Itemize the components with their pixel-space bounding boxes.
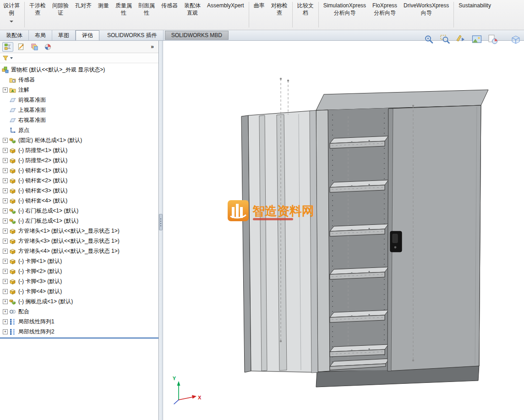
- ribbon-button-simulationxpress[interactable]: SimulationXpress分析向导: [320, 1, 369, 17]
- tree-item-label: (-) 卡脚<1> (默认): [18, 257, 62, 265]
- ribbon-button-section-properties[interactable]: 剖面属性: [135, 1, 158, 17]
- expand-icon[interactable]: +: [3, 319, 8, 324]
- tree-item-right-plane[interactable]: 右视基准面: [0, 115, 158, 125]
- rollback-bar[interactable]: [0, 338, 158, 338]
- graphics-area[interactable]: 智造资料网 Y X: [163, 41, 524, 420]
- tab-sketch[interactable]: 草图: [52, 30, 76, 40]
- ribbon-button-interference-check[interactable]: 干涉检查: [26, 1, 49, 17]
- expand-icon[interactable]: +: [3, 218, 8, 224]
- tree-item-lock-rod-sleeve-1[interactable]: +(-) 锁杆套<1> (默认): [0, 165, 158, 175]
- filter-funnel-icon[interactable]: [2, 55, 9, 61]
- expand-icon[interactable]: +: [3, 269, 8, 274]
- expand-icon[interactable]: +: [3, 259, 8, 264]
- feature-manager-panel: » 置物柜 (默认<<默认>_外观 显示状态>)传感器+A注解前视基准面上视基准…: [0, 41, 159, 420]
- tree-item-square-tube-plug-1[interactable]: +方管堵头<1> (默认<<默认>_显示状态 1>): [0, 226, 158, 236]
- tree-item-lock-rod-sleeve-3[interactable]: +(-) 锁杆套<3> (默认): [0, 185, 158, 196]
- expand-icon[interactable]: +: [3, 188, 8, 193]
- tree-item-left-door-assembly-1[interactable]: +(-) 左门板总成<1> (默认): [0, 216, 158, 226]
- tree-item-square-tube-plug-3[interactable]: +方管堵头<3> (默认<<默认>_显示状态 1>): [0, 236, 158, 246]
- ribbon-button-measure[interactable]: 测量: [95, 1, 112, 17]
- expand-icon[interactable]: +: [3, 87, 8, 93]
- tree-item-clip-foot-3[interactable]: +(-) 卡脚<3> (默认): [0, 276, 158, 286]
- expand-icon[interactable]: +: [3, 158, 8, 163]
- tree-item-local-linear-pattern-2[interactable]: +局部线性阵列2: [0, 327, 158, 337]
- expand-icon[interactable]: +: [3, 329, 8, 334]
- expand-icon[interactable]: +: [3, 138, 8, 143]
- ribbon-button-assembly-visualization[interactable]: 装配体直观: [181, 1, 204, 17]
- feature-manager-tab[interactable]: [2, 42, 13, 52]
- ribbon-button-hole-alignment[interactable]: 孔对齐: [72, 1, 95, 17]
- svg-text:A: A: [11, 89, 14, 93]
- ribbon-button-sensor[interactable]: 传感器: [158, 1, 181, 17]
- 3d-viewport-canvas[interactable]: 智造资料网 Y X: [163, 41, 524, 420]
- expand-icon[interactable]: +: [3, 178, 8, 183]
- expand-icon[interactable]: +: [3, 208, 8, 213]
- tab-evaluate[interactable]: 评估: [76, 30, 99, 40]
- tree-item-lock-rod-sleeve-2[interactable]: +(-) 锁杆套<2> (默认): [0, 175, 158, 185]
- expand-icon[interactable]: +: [3, 239, 8, 244]
- expand-icon[interactable]: +: [3, 198, 8, 203]
- tree-item-mates[interactable]: +配合: [0, 306, 158, 316]
- subassembly-icon: [9, 137, 16, 144]
- tree-item-top-plane[interactable]: 上视基准面: [0, 105, 158, 115]
- ribbon-button-symmetry-check[interactable]: 对称检查: [268, 1, 291, 17]
- view-settings-icon[interactable]: [455, 34, 466, 45]
- tree-item-square-tube-plug-4[interactable]: +方管堵头<4> (默认<<默认>_显示状态 1>): [0, 246, 158, 256]
- tree-item-sensors[interactable]: 传感器: [0, 75, 158, 85]
- property-manager-tab[interactable]: [16, 42, 27, 52]
- filter-caret-icon[interactable]: [10, 57, 13, 59]
- expand-icon[interactable]: +: [3, 148, 8, 153]
- display-manager-tab[interactable]: [42, 42, 53, 52]
- tree-item-right-door-assembly-1[interactable]: +(-) 右门板总成<1> (默认): [0, 206, 158, 216]
- expand-icon[interactable]: +: [3, 279, 8, 284]
- tree-item-label: (-) 锁杆套<2> (默认): [18, 177, 67, 185]
- tree-item-local-linear-pattern-1[interactable]: +局部线性阵列1: [0, 316, 158, 327]
- tree-item-label: (-) 锁杆套<1> (默认): [18, 167, 67, 175]
- tree-item-shelf-assembly-1[interactable]: +(-) 搁板总成<1> (默认): [0, 296, 158, 306]
- expand-icon[interactable]: +: [3, 229, 8, 234]
- ribbon-button-design-study[interactable]: 设计算例: [0, 1, 23, 23]
- cabinet-model[interactable]: [241, 90, 488, 387]
- tree-item-front-plane[interactable]: 前视基准面: [0, 95, 158, 105]
- ribbon-button-label: 质量属性: [115, 2, 132, 16]
- ribbon-button-compare-documents[interactable]: 比较文档: [294, 1, 317, 17]
- edit-appearance-icon[interactable]: [487, 34, 498, 45]
- ribbon-button-floxpress[interactable]: FloXpress分析向导: [369, 1, 400, 17]
- ribbon-button-curvature[interactable]: 曲率: [251, 1, 268, 17]
- tree-item-bumper-pad-1[interactable]: +(-) 防撞垫<1> (默认): [0, 145, 158, 155]
- tree-item-lock-rod-sleeve-4[interactable]: +(-) 锁杆套<4> (默认): [0, 196, 158, 206]
- expand-icon[interactable]: +: [3, 289, 8, 294]
- ribbon-group: 设计算例: [0, 1, 23, 23]
- tree-item-annotations[interactable]: +A注解: [0, 85, 158, 95]
- ribbon-button-label: Sustainability: [458, 2, 491, 9]
- ribbon-button-sustainability[interactable]: Sustainability: [455, 1, 494, 10]
- configuration-manager-tab[interactable]: [29, 42, 40, 52]
- zoom-fit-icon[interactable]: [423, 34, 434, 45]
- tree-item-root[interactable]: 置物柜 (默认<<默认>_外观 显示状态>): [0, 65, 158, 75]
- view-orientation-icon[interactable]: [510, 34, 521, 45]
- panel-collapse-handle[interactable]: [159, 214, 163, 230]
- ribbon-button-assemblyxpert[interactable]: AssemblyXpert: [204, 1, 247, 17]
- tree-item-clip-foot-4[interactable]: +(-) 卡脚<4> (默认): [0, 286, 158, 296]
- expand-icon[interactable]: +: [3, 168, 8, 173]
- tree-item-origin[interactable]: 原点: [0, 125, 158, 135]
- tree-item-clip-foot-1[interactable]: +(-) 卡脚<1> (默认): [0, 256, 158, 266]
- triad-y-label: Y: [173, 376, 176, 381]
- tab-assembly[interactable]: 装配体: [0, 30, 29, 40]
- tree-item-clip-foot-2[interactable]: +(-) 卡脚<2> (默认): [0, 266, 158, 276]
- zoom-to-area-icon[interactable]: [439, 34, 450, 45]
- tree-item-bumper-pad-2[interactable]: +(-) 防撞垫<2> (默认): [0, 155, 158, 165]
- expand-icon[interactable]: +: [3, 309, 8, 314]
- tab-solidworks-addins[interactable]: SOLIDWORKS 插件: [101, 30, 164, 40]
- ribbon-button-driveworksxpress[interactable]: DriveWorksXpress向导: [400, 1, 452, 17]
- expand-icon[interactable]: +: [3, 299, 8, 304]
- panel-splitter[interactable]: [159, 41, 163, 420]
- panel-overflow-button[interactable]: »: [148, 44, 156, 50]
- apply-scene-icon[interactable]: [471, 34, 482, 45]
- tab-layout[interactable]: 布局: [29, 30, 52, 40]
- expand-icon[interactable]: +: [3, 249, 8, 254]
- tab-solidworks-mbd[interactable]: SOLIDWORKS MBD: [165, 31, 229, 40]
- tree-item-cabinet-body-1[interactable]: +(固定) 柜体总成<1> (默认): [0, 135, 158, 145]
- ribbon-button-clearance-verify[interactable]: 间隙验证: [49, 1, 72, 17]
- ribbon-button-mass-properties[interactable]: 质量属性: [112, 1, 135, 17]
